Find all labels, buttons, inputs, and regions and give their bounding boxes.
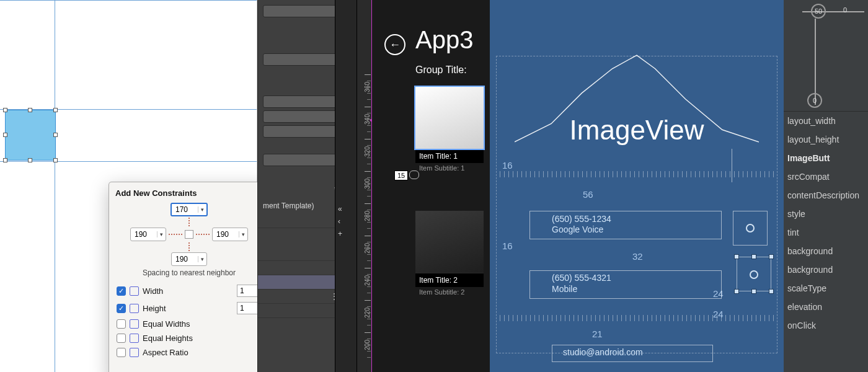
constraint-left-field[interactable]: ▾ [130,228,166,241]
item-subtitle: Item Subtitle: 1 [415,163,484,175]
resize-handle[interactable] [3,158,7,162]
measure-label: 24 [713,309,724,319]
height-label: Height [143,304,166,313]
bias-slider-thumb[interactable]: 50 [811,4,826,19]
widget-text: (650) 555-1234 [552,214,611,224]
attributes-panel: 50 0 0 layout_width layout_height ImageB… [784,0,868,372]
list-item[interactable]: Item Title: 2 Item Subtitle: 2 [415,211,484,299]
add-constraints-popover: Add New Constraints ▾ ▾ ▾ [108,182,257,372]
constraint-bottom-field[interactable]: ▾ [171,252,207,266]
bias-slider-thumb[interactable]: 0 [807,93,822,108]
widget-text: studio@android.com [563,347,643,357]
constraint-anchor[interactable] [750,270,758,279]
attribute-row[interactable]: contentDescription [784,186,868,205]
measure-label: 56 [583,189,593,200]
item-title: Item Title: 1 [415,149,484,163]
attribute-row[interactable]: elevation [784,298,868,316]
width-icon [130,286,139,296]
equal-widths-icon [130,319,139,329]
list-item[interactable]: Item Title: 1 Item Subtitle: 1 [415,87,484,175]
constraint-center-icon [185,230,193,239]
height-value[interactable] [237,302,257,314]
attribute-group: ImageButt [784,149,868,167]
resize-handle[interactable] [53,133,58,137]
blueprint-widget [732,149,769,182]
measure-label: 16 [502,160,513,170]
imageview-label: ImageView [490,115,784,146]
widget-text: (650) 555-4321 [552,273,611,283]
attribute-row[interactable]: tint [784,223,868,242]
resize-handle[interactable] [53,158,58,162]
ruler-tool-icon[interactable]: « [338,205,342,213]
constraint-right-field[interactable]: ▾ [212,228,248,241]
selected-view[interactable] [5,110,56,161]
resize-handle[interactable] [3,133,7,137]
measure-label: 21 [592,329,603,339]
aspect-ratio-checkbox[interactable] [117,348,126,357]
windows-app-preview: ← App3 Group Title: Item Title: 1 Item S… [372,0,490,372]
bias-value: 0 [843,6,847,14]
attribute-row[interactable]: style [784,205,868,223]
app-title: App3 [415,26,473,54]
margin-badge: 15 [394,170,408,180]
ruler-tool-icon[interactable]: + [338,229,342,238]
constraint-bias-widget[interactable]: 50 0 0 [784,0,868,112]
constraint-chain [496,315,777,321]
item-subtitle: Item Subtitle: 2 [415,287,484,299]
constraint-top-input[interactable] [172,205,198,214]
attribute-row[interactable]: onClick [784,316,868,335]
item-thumbnail [415,211,484,273]
back-button[interactable]: ← [384,34,405,55]
item-title: Item Title: 2 [415,273,484,287]
ruler-tool-icon[interactable]: ‹ [338,217,342,226]
aspect-ratio-icon [130,348,139,357]
resize-handle[interactable] [28,158,32,162]
width-label: Width [143,286,163,296]
attribute-row[interactable]: srcCompat [784,167,868,186]
equal-heights-checkbox[interactable] [117,334,126,343]
equal-heights-icon [130,334,139,343]
vertical-ruler: « ‹ + 360340320300280260240220200 [335,0,372,372]
attribute-row[interactable]: background [784,242,868,260]
measure-label: 32 [632,251,643,262]
constraint-anchor[interactable] [746,224,755,232]
width-checkbox[interactable]: ✓ [117,286,126,296]
equal-widths-checkbox[interactable] [117,319,126,329]
attribute-row[interactable]: scaleType [784,279,868,298]
group-title: Group Title: [415,64,467,76]
height-icon [130,304,139,313]
item-thumbnail [415,87,484,149]
popover-title: Add New Constraints [115,188,257,198]
measure-label: 16 [502,241,513,251]
link-icon[interactable] [409,170,419,179]
constraint-top-field[interactable]: ▾ [170,203,208,216]
resize-handle[interactable] [28,108,32,112]
android-blueprint[interactable]: ImageView 16 56 16 32 24 24 21 (650) 555… [490,0,784,372]
width-value[interactable] [237,285,257,297]
attribute-row[interactable]: background [784,260,868,279]
widget-subtext: Mobile [552,284,577,294]
equal-widths-label: Equal Widths [143,319,190,329]
xcode-canvas-pane: Add New Constraints ▾ ▾ ▾ [0,0,257,372]
popover-caption: Spacing to nearest neighbor [143,268,236,277]
widget-subtext: Google Voice [552,224,603,234]
equal-heights-label: Equal Heights [143,334,193,343]
height-checkbox[interactable]: ✓ [117,304,126,313]
attribute-row[interactable]: layout_height [784,130,868,149]
resize-handle[interactable] [3,108,7,112]
aspect-ratio-label: Aspect Ratio [143,348,188,357]
attribute-row[interactable]: layout_width [784,112,868,130]
resize-handle[interactable] [53,108,58,112]
